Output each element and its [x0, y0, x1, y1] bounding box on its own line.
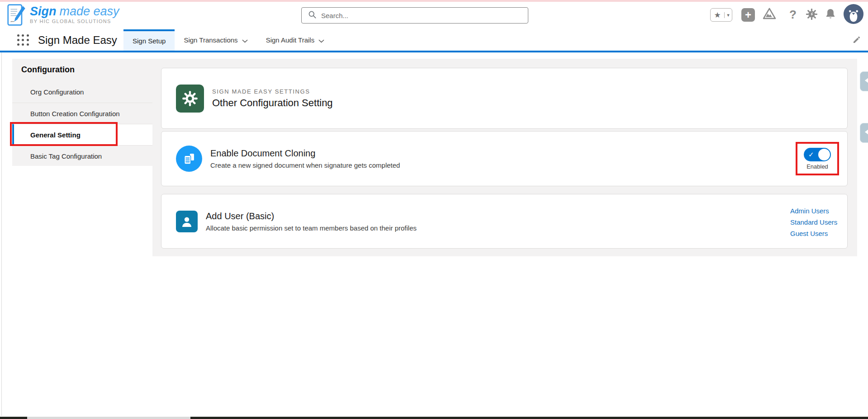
tab-sign-setup[interactable]: Sign Setup: [123, 29, 175, 51]
scrollbar-thumb[interactable]: [27, 417, 190, 419]
link-guest-users[interactable]: Guest Users: [790, 228, 837, 239]
left-border-line: [1, 52, 2, 416]
chevron-down-icon[interactable]: [318, 37, 324, 44]
panel-collapse-button[interactable]: [860, 71, 868, 91]
gear-tile-icon: [176, 85, 204, 113]
sidebar-item-button-creation-configuration[interactable]: Button Creation Configuration: [12, 103, 152, 124]
favorites-button[interactable]: ★ ▾: [710, 8, 732, 22]
notifications-button[interactable]: [824, 8, 837, 22]
logo-document-icon: [7, 4, 26, 28]
setup-button[interactable]: [805, 8, 818, 22]
search-icon: [308, 10, 317, 21]
annotation-box-toggle: ✓ Enabled: [796, 142, 839, 175]
trailhead-icon: [762, 6, 777, 24]
setup-gear-icon: [805, 8, 818, 23]
add-user-card: Add User (Basic) Allocate basic permissi…: [161, 194, 848, 249]
tab-label: Sign Setup: [133, 37, 166, 45]
chevron-down-icon[interactable]: [242, 37, 248, 44]
document-copy-icon: [176, 146, 202, 172]
check-icon: ✓: [808, 151, 814, 159]
brand-bold: Sign: [30, 5, 57, 18]
sidebar-item-label: Button Creation Configuration: [30, 110, 120, 118]
help-button[interactable]: ?: [788, 7, 798, 22]
app-navigation-bar: Sign Made Easy Sign Setup Sign Transacti…: [0, 29, 868, 51]
star-icon[interactable]: ★: [711, 10, 724, 20]
panel-collapse-icon: [864, 77, 868, 85]
global-search[interactable]: [301, 7, 528, 24]
global-header: Signmade easy BY HIC GLOBAL SOLUTIONS ★ …: [0, 2, 868, 29]
screen: Signmade easy BY HIC GLOBAL SOLUTIONS ★ …: [0, 0, 868, 419]
caret-down-icon[interactable]: ▾: [724, 12, 732, 18]
trailhead-button[interactable]: [762, 7, 777, 23]
add-user-text: Add User (Basic) Allocate basic permissi…: [206, 211, 417, 232]
panel-collapse-icon: [864, 129, 868, 137]
panel-collapse-button[interactable]: [860, 123, 868, 143]
plus-icon: +: [745, 9, 751, 21]
sidebar-heading: Configuration: [12, 59, 152, 81]
sidebar-item-label: Org Configuration: [30, 88, 84, 96]
add-user-links: Admin Users Standard Users Guest Users: [790, 205, 837, 239]
configuration-sidebar: Configuration Org Configuration Button C…: [12, 59, 152, 166]
setting-subtitle: Allocate basic permission set to team me…: [206, 224, 417, 232]
app-logo: Signmade easy BY HIC GLOBAL SOLUTIONS: [7, 4, 119, 28]
page-title: Other Configuration Setting: [212, 97, 333, 109]
sidebar-item-general-setting[interactable]: General Setting: [12, 124, 152, 145]
document-cloning-card: Enable Document Cloning Create a new sig…: [161, 131, 848, 186]
brand-name: Signmade easy: [30, 5, 119, 18]
main-content: SIGN MADE EASY SETTINGS Other Configurat…: [152, 59, 857, 256]
avatar[interactable]: [843, 4, 864, 24]
horizontal-scrollbar[interactable]: [0, 417, 868, 419]
app-name: Sign Made Easy: [38, 29, 117, 51]
search-input[interactable]: [321, 12, 516, 19]
link-standard-users[interactable]: Standard Users: [790, 217, 837, 228]
settings-header-text: SIGN MADE EASY SETTINGS Other Configurat…: [212, 88, 333, 109]
nav-tabs: Sign Setup Sign Transactions Sign Audit …: [123, 29, 333, 51]
app-launcher-waffle-icon[interactable]: [17, 34, 29, 46]
document-cloning-text: Enable Document Cloning Create a new sig…: [210, 148, 400, 169]
setting-subtitle: Create a new signed document when signat…: [210, 161, 400, 169]
brand-tagline: BY HIC GLOBAL SOLUTIONS: [30, 19, 119, 24]
edit-pencil-icon[interactable]: [852, 35, 862, 45]
setting-title: Enable Document Cloning: [210, 148, 400, 159]
user-icon: [176, 211, 198, 232]
help-icon: ?: [789, 8, 797, 22]
link-admin-users[interactable]: Admin Users: [790, 205, 837, 217]
settings-header-card: SIGN MADE EASY SETTINGS Other Configurat…: [161, 68, 848, 129]
nav-accent-underline: [0, 51, 868, 52]
setting-title: Add User (Basic): [206, 211, 417, 221]
sidebar-item-org-configuration[interactable]: Org Configuration: [12, 81, 152, 103]
logo-text: Signmade easy BY HIC GLOBAL SOLUTIONS: [30, 5, 119, 24]
toggle-knob[interactable]: [818, 149, 830, 160]
bell-icon: [824, 7, 837, 23]
toggle-state-label: Enabled: [806, 163, 828, 170]
tab-label: Sign Audit Trails: [266, 36, 315, 44]
document-cloning-toggle[interactable]: ✓: [804, 148, 831, 161]
sidebar-item-basic-tag-configuration[interactable]: Basic Tag Configuration: [12, 145, 152, 166]
brand-rest: made easy: [60, 5, 119, 18]
tab-sign-audit-trails[interactable]: Sign Audit Trails: [257, 29, 334, 51]
quick-create-button[interactable]: +: [741, 8, 755, 22]
card-eyebrow: SIGN MADE EASY SETTINGS: [212, 88, 333, 95]
sidebar-item-label: General Setting: [30, 131, 81, 139]
sidebar-item-label: Basic Tag Configuration: [30, 152, 102, 160]
tab-sign-transactions[interactable]: Sign Transactions: [175, 29, 256, 51]
tab-label: Sign Transactions: [184, 36, 237, 44]
